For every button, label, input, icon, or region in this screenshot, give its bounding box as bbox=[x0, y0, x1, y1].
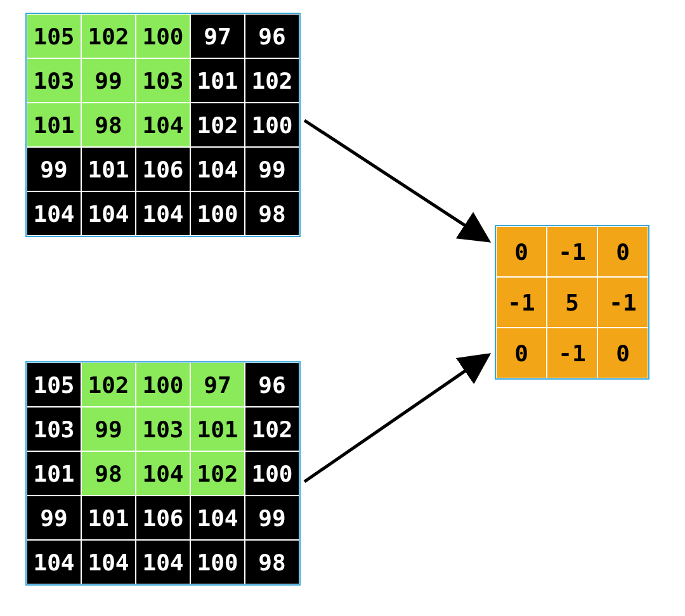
kernel-cell: 0 bbox=[597, 226, 648, 277]
input-top-cell: 100 bbox=[136, 14, 190, 58]
input-bottom-cell: 102 bbox=[190, 451, 245, 496]
input-top-cell: 102 bbox=[245, 58, 299, 103]
kernel-cell: 0 bbox=[496, 328, 547, 378]
input-top-cell: 105 bbox=[27, 14, 81, 58]
kernel-cell: -1 bbox=[597, 277, 648, 328]
input-top-cell: 97 bbox=[190, 14, 245, 58]
input-bottom-cell: 104 bbox=[136, 451, 190, 496]
arrow-top bbox=[298, 114, 501, 253]
input-bottom-cell: 104 bbox=[81, 540, 136, 584]
input-top-cell: 100 bbox=[190, 191, 245, 236]
input-top-cell: 104 bbox=[27, 191, 81, 236]
input-bottom-cell: 102 bbox=[81, 363, 136, 407]
arrow-bottom bbox=[298, 342, 501, 488]
input-top-cell: 104 bbox=[81, 191, 136, 236]
input-bottom-cell: 100 bbox=[136, 363, 190, 407]
input-top-cell: 101 bbox=[27, 103, 81, 147]
kernel-cell: 0 bbox=[597, 328, 648, 378]
input-bottom-cell: 106 bbox=[136, 496, 190, 540]
input-top-cell: 99 bbox=[245, 147, 299, 191]
input-bottom-cell: 104 bbox=[136, 540, 190, 584]
input-bottom-cell: 101 bbox=[81, 496, 136, 540]
input-bottom-cell: 100 bbox=[190, 540, 245, 584]
input-top-cell: 104 bbox=[190, 147, 245, 191]
input-bottom-cell: 103 bbox=[27, 407, 81, 451]
diagram-canvas: 1051021009796103991031011021019810410210… bbox=[0, 0, 685, 616]
input-matrix-top: 1051021009796103991031011021019810410210… bbox=[25, 13, 301, 237]
input-bottom-cell: 105 bbox=[27, 363, 81, 407]
kernel-cell: -1 bbox=[547, 226, 597, 277]
input-bottom-cell: 103 bbox=[136, 407, 190, 451]
kernel-cell: 5 bbox=[547, 277, 597, 328]
input-top-cell: 102 bbox=[190, 103, 245, 147]
input-top-cell: 100 bbox=[245, 103, 299, 147]
input-top-cell: 103 bbox=[136, 58, 190, 103]
svg-line-0 bbox=[304, 120, 488, 241]
input-top-cell: 104 bbox=[136, 103, 190, 147]
input-top-cell: 103 bbox=[27, 58, 81, 103]
input-top-cell: 106 bbox=[136, 147, 190, 191]
kernel-cell: 0 bbox=[496, 226, 547, 277]
kernel-matrix: 0-10-15-10-10 bbox=[495, 225, 649, 380]
input-top-cell: 101 bbox=[81, 147, 136, 191]
input-bottom-cell: 100 bbox=[245, 451, 299, 496]
input-bottom-cell: 98 bbox=[245, 540, 299, 584]
input-bottom-cell: 99 bbox=[27, 496, 81, 540]
kernel-cell: -1 bbox=[496, 277, 547, 328]
input-matrix-bottom: 1051021009796103991031011021019810410210… bbox=[25, 361, 301, 586]
input-top-cell: 101 bbox=[190, 58, 245, 103]
input-bottom-cell: 104 bbox=[27, 540, 81, 584]
input-bottom-cell: 101 bbox=[27, 451, 81, 496]
input-bottom-cell: 96 bbox=[245, 363, 299, 407]
input-bottom-cell: 99 bbox=[81, 407, 136, 451]
input-top-cell: 102 bbox=[81, 14, 136, 58]
input-top-cell: 99 bbox=[81, 58, 136, 103]
input-bottom-cell: 101 bbox=[190, 407, 245, 451]
kernel-cell: -1 bbox=[547, 328, 597, 378]
input-top-cell: 96 bbox=[245, 14, 299, 58]
input-top-cell: 98 bbox=[81, 103, 136, 147]
input-top-cell: 98 bbox=[245, 191, 299, 236]
input-bottom-cell: 102 bbox=[245, 407, 299, 451]
svg-line-1 bbox=[304, 355, 488, 482]
input-bottom-cell: 98 bbox=[81, 451, 136, 496]
input-bottom-cell: 104 bbox=[190, 496, 245, 540]
input-top-cell: 99 bbox=[27, 147, 81, 191]
input-bottom-cell: 99 bbox=[245, 496, 299, 540]
input-bottom-cell: 97 bbox=[190, 363, 245, 407]
input-top-cell: 104 bbox=[136, 191, 190, 236]
